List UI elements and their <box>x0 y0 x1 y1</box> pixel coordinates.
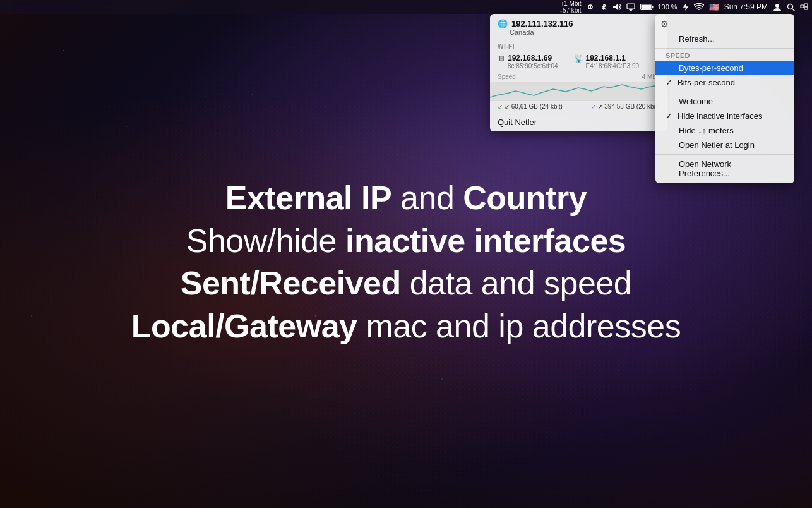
separator-1 <box>655 48 794 49</box>
welcome-label: Welcome <box>679 97 713 106</box>
menu-bits-per-second[interactable]: Bits-per-second <box>655 75 794 90</box>
menubar-keyboard-flag[interactable]: 🇺🇸 <box>709 3 719 12</box>
and-text-1: and <box>400 179 463 216</box>
feature-line-1: External IP and Country <box>122 177 690 220</box>
gateway-mac: E4:18:68:4C:E3:90 <box>586 63 640 70</box>
sent-received-bold: Sent/Received <box>181 265 401 302</box>
panel-header: 🌐 192.111.132.116 Canada <box>490 14 667 40</box>
gateway-ip: 192.168.1.1 <box>586 54 640 63</box>
gear-row: ⚙ <box>655 16 794 32</box>
open-network-label: Open Network Preferences... <box>679 159 784 178</box>
separator-2 <box>655 92 794 92</box>
hide-meters-label: Hide ↓↑ meters <box>679 126 734 135</box>
svg-marker-2 <box>613 4 618 10</box>
menubar-battery: 100 % <box>640 3 677 11</box>
feature-line-4: Local/Gateway mac and ip addresses <box>122 305 690 348</box>
netler-panel: 🌐 192.111.132.116 Canada WI-FI 🖥 192.168… <box>490 14 667 131</box>
svg-line-11 <box>792 8 795 11</box>
menubar: ↑1 Mbit ↓57 kbit 100 % 🇺🇸 Sun 7:59 PM <box>0 0 812 14</box>
feature-line-3: Sent/Received data and speed <box>122 263 690 306</box>
received-data: ↗ 394,58 GB (20 kbit) <box>598 103 660 110</box>
main-content: External IP and Country Show/hide inacti… <box>122 177 690 348</box>
menu-welcome[interactable]: Welcome <box>655 94 794 109</box>
svg-rect-12 <box>801 5 804 8</box>
separator-3 <box>655 154 794 155</box>
router-icon: 📡 <box>574 54 583 63</box>
local-gateway-bold: Local/Gateway <box>131 308 357 344</box>
menu-open-login[interactable]: Open Netler at Login <box>655 138 794 152</box>
wifi-section-label: WI-FI <box>490 40 667 51</box>
menu-bytes-per-second[interactable]: Bytes-per-second <box>655 61 794 75</box>
svg-rect-3 <box>627 4 635 9</box>
menubar-netler-speed[interactable]: ↑1 Mbit ↓57 kbit <box>559 0 581 14</box>
network-graph <box>490 82 667 100</box>
svg-rect-7 <box>642 5 652 9</box>
speed-section-label: Speed <box>655 51 794 61</box>
interface-gateway: 📡 192.168.1.1 E4:18:68:4C:E3:90 <box>574 54 640 70</box>
menubar-charging <box>683 3 689 11</box>
menubar-search[interactable] <box>787 3 795 11</box>
local-ip: 192.168.1.69 <box>508 54 558 63</box>
gear-icon[interactable]: ⚙ <box>660 19 669 29</box>
data-sent: ↙ ↙ 60,61 GB (24 kbit) <box>498 103 563 110</box>
svg-marker-8 <box>683 3 688 11</box>
sent-data: ↙ 60,61 GB (24 kbit) <box>505 103 563 110</box>
upload-icon: ↙ <box>498 103 503 110</box>
speed-bar: Speed 4 Mbit <box>490 72 667 82</box>
bytes-per-second-label: Bytes-per-second <box>679 63 743 73</box>
data-stats-row: ↙ ↙ 60,61 GB (24 kbit) ↗ ↗ 394,58 GB (20… <box>490 100 667 112</box>
mac-ip-text: mac and ip addresses <box>366 308 681 344</box>
menubar-camera[interactable] <box>586 3 595 11</box>
bits-per-second-label: Bits-per-second <box>678 78 735 87</box>
svg-rect-6 <box>652 6 654 8</box>
data-received: ↗ ↗ 394,58 GB (20 kbit) <box>591 103 660 110</box>
menu-open-network[interactable]: Open Network Preferences... <box>655 157 794 181</box>
menubar-notification[interactable] <box>800 3 808 11</box>
menubar-airplay[interactable] <box>626 3 635 11</box>
feature-line-2: Show/hide inactive interfaces <box>122 220 690 263</box>
country: Canada <box>498 28 659 36</box>
country-bold: Country <box>463 179 587 216</box>
hide-inactive-label: Hide inactive interfaces <box>678 111 762 121</box>
dropdown-menu: ⚙ Refresh... Speed Bytes-per-second Bits… <box>655 14 794 183</box>
interface-local: 🖥 192.168.1.69 8c:85:90:5c:6d:04 <box>498 54 558 70</box>
quit-label[interactable]: Quit Netler <box>498 118 537 127</box>
menu-hide-meters[interactable]: Hide ↓↑ meters <box>655 123 794 138</box>
svg-point-9 <box>775 4 779 8</box>
interfaces-row: 🖥 192.168.1.69 8c:85:90:5c:6d:04 📡 192.1… <box>490 51 667 72</box>
external-ip-bold: External IP <box>225 179 391 216</box>
refresh-label: Refresh... <box>679 34 714 44</box>
menu-refresh[interactable]: Refresh... <box>655 32 794 46</box>
speed-label: Speed <box>498 73 516 80</box>
local-mac: 8c:85:90:5c:6d:04 <box>508 63 558 70</box>
svg-marker-4 <box>629 9 633 11</box>
external-ip: 192.111.132.116 <box>511 19 573 28</box>
monitor-icon: 🖥 <box>498 54 505 63</box>
data-speed-text: data and speed <box>410 265 632 302</box>
svg-rect-13 <box>804 7 808 9</box>
show-hide-text: Show/hide <box>186 222 345 259</box>
svg-rect-14 <box>804 4 808 6</box>
menu-hide-inactive[interactable]: Hide inactive interfaces <box>655 109 794 123</box>
inactive-interfaces-bold: inactive interfaces <box>345 222 626 259</box>
quit-row[interactable]: Quit Netler <box>490 112 667 131</box>
open-login-label: Open Netler at Login <box>679 140 755 150</box>
download-icon: ↗ <box>591 103 596 110</box>
menubar-user[interactable] <box>773 3 782 11</box>
globe-icon: 🌐 <box>498 19 508 28</box>
menubar-wifi[interactable] <box>694 3 704 11</box>
menubar-volume[interactable] <box>612 3 621 11</box>
menubar-bluetooth[interactable] <box>600 3 607 11</box>
svg-point-1 <box>590 6 591 8</box>
menubar-datetime[interactable]: Sun 7:59 PM <box>724 3 768 11</box>
